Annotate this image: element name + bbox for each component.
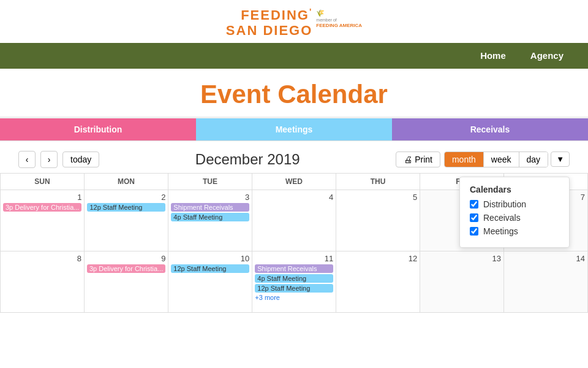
calendars-dropdown: Calendars Distribution Receivals Meeting… [459,177,570,248]
cell-dec-11: 11 Shipment Receivals 4p Staff Meeting 1… [252,251,336,313]
event-delivery-dec1[interactable]: 3p Delivery for Christia... [3,203,81,212]
legend-bar: Distribution Meetings Receivals [0,118,588,141]
calendar-option-meetings[interactable]: Meetings [470,226,559,236]
event-staff-dec10[interactable]: 12p Staff Meeting [171,264,249,273]
logo-san-diego: SAN DIEGO [226,23,312,38]
logo-member-text: member of [316,18,362,23]
event-staff2-dec11[interactable]: 12p Staff Meeting [255,284,333,293]
header-mon: MON [85,174,168,190]
date-9: 9 [87,254,165,263]
next-month-button[interactable]: › [40,151,58,168]
date-5: 5 [339,193,417,202]
header-sun: SUN [1,174,85,190]
nav-bar: Home Agency [0,43,588,69]
view-controls: 🖨 Print month week day ▼ [396,151,570,167]
calendar-row-2: 8 9 3p Delivery for Christia... 10 12p S… [1,251,588,313]
page-title: Event Calendar [0,80,588,109]
date-11: 11 [255,254,333,263]
logo-grain-icon: 🌾 [316,10,325,17]
event-staff2-dec3[interactable]: 4p Staff Meeting [171,213,249,221]
date-3: 3 [171,193,249,202]
page-title-bar: Event Calendar [0,69,588,118]
calendar-option-receivals[interactable]: Receivals [470,213,559,223]
cell-dec-14: 14 [504,251,588,313]
cell-dec-5: 5 [336,190,420,251]
event-staff-dec11[interactable]: 4p Staff Meeting [255,274,333,283]
distribution-label: Distribution [483,199,526,209]
legend-receivals: Receivals [392,118,588,140]
event-shipment-dec3[interactable]: Shipment Receivals [171,203,249,212]
header-tue: TUE [168,174,252,190]
header-wed: WED [252,174,336,190]
calendar-month-title: December 2019 [104,151,391,168]
date-4: 4 [255,193,333,202]
today-button[interactable]: today [62,151,99,167]
cell-dec-10: 10 12p Staff Meeting [168,251,252,313]
print-button[interactable]: 🖨 Print [396,151,440,167]
legend-distribution: Distribution [0,118,196,140]
meetings-label: Meetings [483,226,518,236]
logo-feeding: FEEDING' [241,7,312,23]
receivals-checkbox[interactable] [470,213,478,222]
printer-icon: 🖨 [404,155,412,164]
event-shipment-dec11[interactable]: Shipment Receivals [255,264,333,273]
view-buttons: month week day [444,151,548,167]
nav-home[interactable]: Home [480,44,506,67]
date-12: 12 [339,254,417,263]
header-thu: THU [336,174,420,190]
meetings-checkbox[interactable] [470,227,478,236]
cell-dec-3: 3 Shipment Receivals 4p Staff Meeting [168,190,252,251]
logo-bar: FEEDING' SAN DIEGO 🌾 member of FEEDING A… [0,0,588,43]
legend-meetings: Meetings [196,118,392,140]
prev-month-button[interactable]: ‹ [18,151,36,168]
week-view-button[interactable]: week [484,152,519,167]
logo-feeding-america: FEEDING AMERICA [316,23,362,29]
cell-dec-1: 1 3p Delivery for Christia... [1,190,85,251]
date-13: 13 [423,254,501,263]
date-2: 2 [87,193,165,202]
nav-agency[interactable]: Agency [530,44,564,67]
day-view-button[interactable]: day [519,152,548,167]
cell-dec-9: 9 3p Delivery for Christia... [85,251,168,313]
date-14: 14 [507,254,585,263]
cell-dec-4: 4 [252,190,336,251]
cell-dec-2: 2 12p Staff Meeting [85,190,168,251]
receivals-label: Receivals [483,213,521,223]
calendars-title: Calendars [470,185,559,194]
cell-dec-8: 8 [1,251,85,313]
distribution-checkbox[interactable] [470,200,478,209]
event-staff-dec2[interactable]: 12p Staff Meeting [87,203,165,212]
logo: FEEDING' SAN DIEGO 🌾 member of FEEDING A… [226,7,362,38]
month-view-button[interactable]: month [445,152,484,167]
date-8: 8 [3,254,81,263]
calendar-option-distribution[interactable]: Distribution [470,199,559,209]
date-10: 10 [171,254,249,263]
cell-dec-12: 12 [336,251,420,313]
cell-dec-13: 13 [420,251,504,313]
event-delivery-dec9[interactable]: 3p Delivery for Christia... [87,264,165,273]
date-1: 1 [3,193,81,202]
calendar-controls: ‹ › today December 2019 🖨 Print month we… [0,141,588,173]
more-events-dec11[interactable]: +3 more [255,294,333,301]
view-dropdown-button[interactable]: ▼ [551,151,570,167]
